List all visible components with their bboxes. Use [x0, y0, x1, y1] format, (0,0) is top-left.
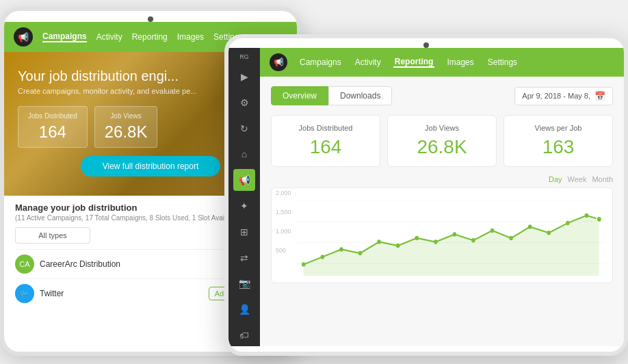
svg-point-19 [585, 213, 589, 218]
sidebar-item-arrow[interactable]: ▶ [233, 66, 255, 88]
svg-point-17 [547, 231, 551, 235]
front-nav-activity[interactable]: Activity [354, 57, 382, 67]
sidebar-item-refresh[interactable]: ↻ [233, 118, 255, 140]
hero-stat-jobs-label: Jobs Distributed [28, 112, 77, 120]
stat-vpj-value: 163 [514, 136, 603, 158]
tab-overview[interactable]: Overview [271, 86, 328, 105]
front-nav-reporting[interactable]: Reporting [393, 57, 435, 68]
sidebar-item-grid[interactable]: ⊞ [233, 221, 255, 243]
twitter-name: Twitter [40, 289, 203, 298]
chart-header: Day Week Month [271, 175, 613, 183]
tabs: Overview Downloads [271, 86, 392, 105]
sidebar-item-camera[interactable]: 📷 [233, 273, 255, 295]
tab-row: Overview Downloads Apr 9, 2018 - May 8, … [271, 86, 613, 105]
stat-views-label: Job Views [397, 124, 486, 132]
back-tablet-camera [148, 16, 153, 22]
date-picker[interactable]: Apr 9, 2018 - May 8, 📅 [514, 87, 613, 105]
svg-point-16 [528, 224, 532, 229]
back-nav-reporting[interactable]: Reporting [132, 32, 168, 42]
stat-jobs-distributed: Jobs Distributed 164 [271, 115, 380, 167]
svg-point-15 [509, 236, 513, 241]
stat-jobs-label: Jobs Distributed [281, 124, 370, 132]
calendar-icon: 📅 [594, 91, 605, 101]
svg-point-12 [453, 232, 457, 237]
ylabel-2000: 2,000 [276, 190, 291, 196]
svg-point-20 [597, 216, 601, 222]
sidebar-item-tag[interactable]: 🏷 [233, 324, 255, 346]
sidebar-item-home[interactable]: ⌂ [233, 143, 255, 165]
twitter-icon: 🐦 [15, 284, 34, 303]
sidebar-item-settings[interactable]: ⚙ [233, 92, 255, 114]
front-nav-campaigns[interactable]: Campaigns [298, 57, 343, 67]
front-tablet-camera [423, 42, 429, 48]
front-tablet-logo: 📢 [270, 53, 287, 71]
svg-point-18 [566, 221, 570, 226]
svg-point-7 [358, 251, 363, 256]
ylabel-500: 500 [276, 247, 286, 254]
hero-stat-jobs-value: 164 [28, 122, 77, 142]
back-tablet-logo: 📢 [14, 27, 33, 47]
back-nav-activity[interactable]: Activity [96, 32, 122, 42]
careerarc-name: CareerArc Distribution [40, 259, 224, 269]
front-tablet-content: Overview Downloads Apr 9, 2018 - May 8, … [260, 77, 624, 346]
hero-stat-views-label: Job Views [105, 112, 148, 120]
tab-downloads[interactable]: Downloads [328, 86, 392, 105]
hero-stat-views: Job Views 26.8K [94, 106, 158, 148]
chart-svg [278, 200, 605, 276]
chart-area: 2,000 1,500 1,000 500 [271, 187, 613, 283]
stat-views-per-job: Views per Job 163 [503, 115, 613, 167]
front-tablet-sidebar: RG ▶ ⚙ ↻ ⌂ 📢 ✦ ⊞ ⇄ 📷 👤 🏷 [228, 48, 260, 346]
front-nav-settings[interactable]: Settings [486, 57, 519, 67]
svg-point-14 [490, 229, 495, 233]
sidebar-item-user[interactable]: 👤 [233, 298, 255, 320]
svg-point-9 [396, 244, 400, 248]
sidebar-label: RG [239, 53, 249, 60]
ylabel-1500: 1,500 [276, 209, 291, 216]
period-day[interactable]: Day [549, 175, 562, 183]
filter-dropdown[interactable]: All types [15, 227, 90, 244]
front-tablet-main: 📢 Campaigns Activity Reporting Images Se… [260, 48, 624, 346]
date-range-text: Apr 9, 2018 - May 8, [522, 92, 590, 100]
back-nav-images[interactable]: Images [177, 32, 204, 42]
ylabel-1000: 1,000 [276, 228, 291, 235]
view-distribution-report-button[interactable]: View full distribution report [81, 156, 221, 177]
back-nav-campaigns[interactable]: Campaigns [42, 31, 87, 42]
stat-vpj-label: Views per Job [514, 124, 603, 132]
period-week[interactable]: Week [568, 175, 587, 183]
front-tablet: RG ▶ ⚙ ↻ ⌂ 📢 ✦ ⊞ ⇄ 📷 👤 🏷 📢 Campaigns Act… [224, 34, 628, 356]
front-tablet-nav: 📢 Campaigns Activity Reporting Images Se… [260, 48, 624, 77]
sidebar-item-star[interactable]: ✦ [233, 195, 255, 217]
svg-point-10 [415, 236, 419, 241]
svg-point-13 [471, 238, 475, 243]
sidebar-item-transfer[interactable]: ⇄ [233, 247, 255, 269]
svg-point-5 [321, 255, 325, 259]
period-month[interactable]: Month [592, 175, 613, 183]
svg-point-6 [339, 247, 343, 252]
hero-stat-jobs: Jobs Distributed 164 [18, 106, 88, 148]
stat-job-views: Job Views 26.8K [387, 115, 497, 167]
sidebar-item-campaigns[interactable]: 📢 [233, 169, 255, 191]
hero-stat-views-value: 26.8K [105, 122, 148, 142]
stats-row: Jobs Distributed 164 Job Views 26.8K Vie… [271, 115, 613, 167]
front-nav-images[interactable]: Images [445, 57, 475, 67]
careerarc-icon: CA [15, 255, 34, 274]
svg-point-11 [434, 239, 438, 244]
stat-views-value: 26.8K [397, 136, 486, 158]
svg-point-8 [377, 239, 381, 244]
stat-jobs-value: 164 [281, 136, 370, 158]
svg-point-4 [302, 262, 306, 267]
